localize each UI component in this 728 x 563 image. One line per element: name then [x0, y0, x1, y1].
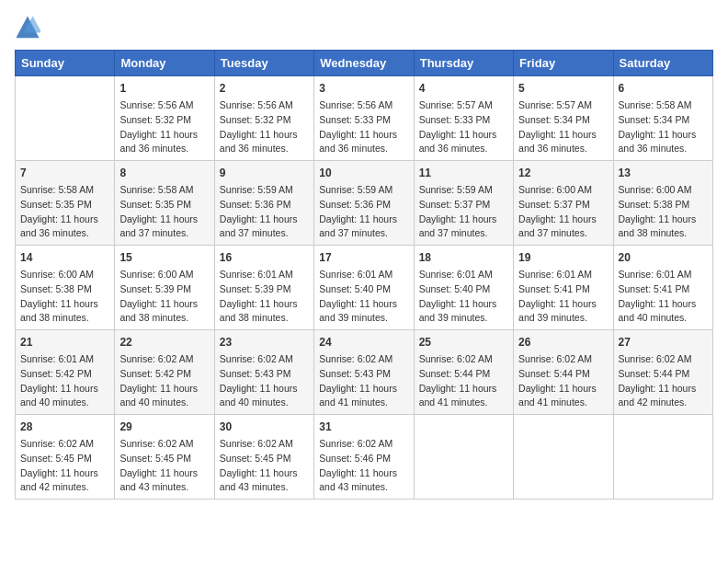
day-header-thursday: Thursday	[414, 51, 513, 76]
days-header-row: SundayMondayTuesdayWednesdayThursdayFrid…	[16, 51, 713, 76]
calendar-cell	[16, 76, 115, 161]
day-number: 26	[518, 334, 608, 350]
calendar-cell: 30Sunrise: 6:02 AM Sunset: 5:45 PM Dayli…	[214, 415, 313, 500]
day-number: 7	[20, 165, 109, 181]
calendar-cell: 3Sunrise: 5:56 AM Sunset: 5:33 PM Daylig…	[314, 76, 414, 161]
day-number: 27	[619, 334, 708, 350]
calendar-cell: 31Sunrise: 6:02 AM Sunset: 5:46 PM Dayli…	[314, 415, 414, 500]
day-info: Sunrise: 5:58 AM Sunset: 5:35 PM Dayligh…	[20, 183, 109, 241]
day-number: 6	[619, 80, 708, 97]
day-info: Sunrise: 6:01 AM Sunset: 5:40 PM Dayligh…	[319, 268, 408, 326]
calendar-cell: 28Sunrise: 6:02 AM Sunset: 5:45 PM Dayli…	[16, 415, 115, 500]
calendar-cell: 8Sunrise: 5:58 AM Sunset: 5:35 PM Daylig…	[115, 161, 214, 246]
page-header	[15, 15, 713, 40]
day-info: Sunrise: 5:56 AM Sunset: 5:33 PM Dayligh…	[319, 98, 408, 156]
day-info: Sunrise: 5:59 AM Sunset: 5:36 PM Dayligh…	[319, 183, 408, 241]
day-info: Sunrise: 6:02 AM Sunset: 5:44 PM Dayligh…	[518, 352, 608, 410]
day-number: 4	[419, 80, 508, 97]
day-number: 19	[518, 249, 608, 266]
calendar-cell: 21Sunrise: 6:01 AM Sunset: 5:42 PM Dayli…	[16, 330, 115, 415]
day-info: Sunrise: 6:02 AM Sunset: 5:44 PM Dayligh…	[419, 352, 508, 410]
day-header-tuesday: Tuesday	[214, 51, 313, 76]
calendar-cell	[414, 415, 513, 500]
day-info: Sunrise: 6:01 AM Sunset: 5:39 PM Dayligh…	[220, 268, 309, 326]
calendar-cell: 27Sunrise: 6:02 AM Sunset: 5:44 PM Dayli…	[613, 330, 712, 415]
day-header-saturday: Saturday	[613, 51, 712, 76]
day-number: 25	[419, 334, 508, 350]
day-number: 14	[20, 249, 109, 266]
logo-icon	[15, 15, 40, 40]
calendar-cell	[613, 415, 712, 500]
day-info: Sunrise: 5:59 AM Sunset: 5:36 PM Dayligh…	[220, 183, 309, 241]
day-info: Sunrise: 6:01 AM Sunset: 5:40 PM Dayligh…	[419, 268, 508, 326]
day-header-sunday: Sunday	[16, 51, 115, 76]
calendar-cell: 13Sunrise: 6:00 AM Sunset: 5:38 PM Dayli…	[613, 161, 712, 246]
calendar-cell: 14Sunrise: 6:00 AM Sunset: 5:38 PM Dayli…	[16, 246, 115, 330]
day-info: Sunrise: 6:00 AM Sunset: 5:38 PM Dayligh…	[619, 183, 708, 241]
day-number: 5	[518, 80, 608, 97]
day-info: Sunrise: 6:00 AM Sunset: 5:39 PM Dayligh…	[119, 268, 209, 326]
day-info: Sunrise: 6:02 AM Sunset: 5:45 PM Dayligh…	[20, 437, 109, 495]
day-info: Sunrise: 6:02 AM Sunset: 5:42 PM Dayligh…	[119, 352, 209, 410]
day-info: Sunrise: 6:02 AM Sunset: 5:43 PM Dayligh…	[220, 352, 309, 410]
calendar-week-row: 21Sunrise: 6:01 AM Sunset: 5:42 PM Dayli…	[16, 330, 713, 415]
calendar-cell: 2Sunrise: 5:56 AM Sunset: 5:32 PM Daylig…	[214, 76, 313, 161]
day-info: Sunrise: 5:59 AM Sunset: 5:37 PM Dayligh…	[419, 183, 508, 241]
day-number: 29	[119, 419, 209, 435]
day-number: 2	[220, 80, 309, 97]
day-number: 15	[119, 249, 209, 266]
calendar-table: SundayMondayTuesdayWednesdayThursdayFrid…	[15, 50, 713, 500]
day-number: 28	[20, 419, 109, 435]
day-number: 21	[20, 334, 109, 350]
calendar-cell: 24Sunrise: 6:02 AM Sunset: 5:43 PM Dayli…	[314, 330, 414, 415]
day-number: 20	[619, 249, 708, 266]
day-info: Sunrise: 5:57 AM Sunset: 5:33 PM Dayligh…	[419, 98, 508, 156]
day-info: Sunrise: 6:00 AM Sunset: 5:38 PM Dayligh…	[20, 268, 109, 326]
calendar-cell: 17Sunrise: 6:01 AM Sunset: 5:40 PM Dayli…	[314, 246, 414, 330]
day-header-friday: Friday	[514, 51, 613, 76]
day-number: 11	[419, 165, 508, 181]
day-number: 12	[518, 165, 608, 181]
calendar-cell: 23Sunrise: 6:02 AM Sunset: 5:43 PM Dayli…	[214, 330, 313, 415]
day-info: Sunrise: 6:01 AM Sunset: 5:41 PM Dayligh…	[518, 268, 608, 326]
day-number: 24	[319, 334, 408, 350]
day-info: Sunrise: 5:56 AM Sunset: 5:32 PM Dayligh…	[119, 98, 209, 156]
day-header-monday: Monday	[115, 51, 214, 76]
day-info: Sunrise: 6:02 AM Sunset: 5:45 PM Dayligh…	[220, 437, 309, 495]
calendar-cell: 15Sunrise: 6:00 AM Sunset: 5:39 PM Dayli…	[115, 246, 214, 330]
day-info: Sunrise: 6:00 AM Sunset: 5:37 PM Dayligh…	[518, 183, 608, 241]
day-info: Sunrise: 6:01 AM Sunset: 5:42 PM Dayligh…	[20, 352, 109, 410]
calendar-cell: 18Sunrise: 6:01 AM Sunset: 5:40 PM Dayli…	[414, 246, 513, 330]
calendar-cell	[514, 415, 613, 500]
day-number: 10	[319, 165, 408, 181]
calendar-cell: 9Sunrise: 5:59 AM Sunset: 5:36 PM Daylig…	[214, 161, 313, 246]
calendar-week-row: 28Sunrise: 6:02 AM Sunset: 5:45 PM Dayli…	[16, 415, 713, 500]
calendar-cell: 1Sunrise: 5:56 AM Sunset: 5:32 PM Daylig…	[115, 76, 214, 161]
calendar-cell: 19Sunrise: 6:01 AM Sunset: 5:41 PM Dayli…	[514, 246, 613, 330]
day-info: Sunrise: 6:02 AM Sunset: 5:46 PM Dayligh…	[319, 437, 408, 495]
day-header-wednesday: Wednesday	[314, 51, 414, 76]
day-number: 1	[119, 80, 209, 97]
day-number: 9	[220, 165, 309, 181]
day-info: Sunrise: 6:02 AM Sunset: 5:45 PM Dayligh…	[119, 437, 209, 495]
calendar-cell: 12Sunrise: 6:00 AM Sunset: 5:37 PM Dayli…	[514, 161, 613, 246]
calendar-cell: 22Sunrise: 6:02 AM Sunset: 5:42 PM Dayli…	[115, 330, 214, 415]
calendar-week-row: 1Sunrise: 5:56 AM Sunset: 5:32 PM Daylig…	[16, 76, 713, 161]
day-info: Sunrise: 5:57 AM Sunset: 5:34 PM Dayligh…	[518, 98, 608, 156]
day-number: 31	[319, 419, 408, 435]
day-number: 30	[220, 419, 309, 435]
day-info: Sunrise: 5:56 AM Sunset: 5:32 PM Dayligh…	[220, 98, 309, 156]
day-number: 17	[319, 249, 408, 266]
day-number: 18	[419, 249, 508, 266]
calendar-cell: 25Sunrise: 6:02 AM Sunset: 5:44 PM Dayli…	[414, 330, 513, 415]
calendar-cell: 16Sunrise: 6:01 AM Sunset: 5:39 PM Dayli…	[214, 246, 313, 330]
calendar-cell: 7Sunrise: 5:58 AM Sunset: 5:35 PM Daylig…	[16, 161, 115, 246]
calendar-cell: 5Sunrise: 5:57 AM Sunset: 5:34 PM Daylig…	[514, 76, 613, 161]
day-info: Sunrise: 6:02 AM Sunset: 5:44 PM Dayligh…	[619, 352, 708, 410]
calendar-cell: 11Sunrise: 5:59 AM Sunset: 5:37 PM Dayli…	[414, 161, 513, 246]
day-number: 8	[119, 165, 209, 181]
day-number: 3	[319, 80, 408, 97]
calendar-week-row: 7Sunrise: 5:58 AM Sunset: 5:35 PM Daylig…	[16, 161, 713, 246]
day-number: 22	[119, 334, 209, 350]
day-number: 13	[619, 165, 708, 181]
